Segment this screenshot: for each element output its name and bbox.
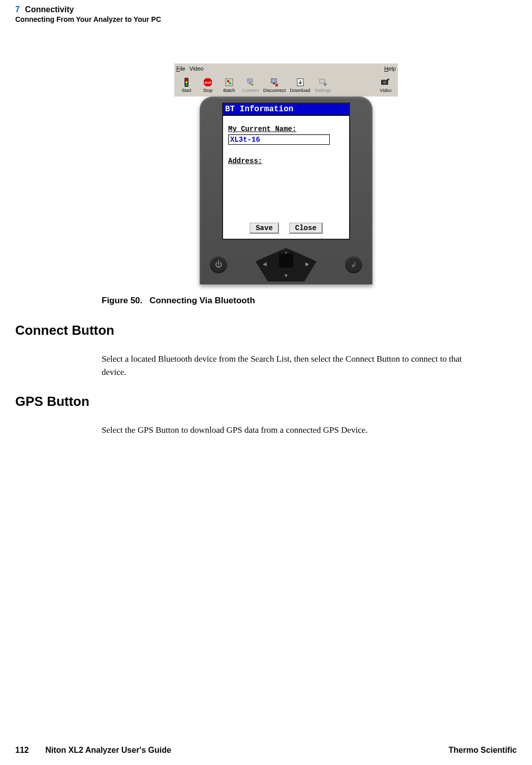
paragraph-gps: Select the GPS Button to download GPS da… bbox=[102, 424, 471, 437]
toolbar-video-button[interactable]: Video bbox=[375, 77, 396, 93]
screen-title-bar: BT Information bbox=[223, 104, 349, 116]
toolbar-label: Disconnect bbox=[263, 88, 286, 93]
stop-sign-icon: STOP bbox=[203, 77, 213, 87]
svg-rect-14 bbox=[320, 79, 325, 83]
svg-point-17 bbox=[383, 81, 386, 84]
dpad[interactable]: ▲ ▼ ◀ ▶ bbox=[256, 248, 317, 281]
toolbar-settings-button: Settings bbox=[313, 77, 333, 93]
app-menubar: File Video Help bbox=[174, 63, 398, 74]
chapter-title: Connectivity bbox=[25, 5, 74, 14]
address-label: Address: bbox=[228, 157, 344, 165]
enter-button[interactable]: ↲ bbox=[345, 256, 362, 273]
menu-help[interactable]: Help bbox=[384, 66, 396, 72]
analyzer-device: BT Information My Current Name: XL3t-16 … bbox=[200, 97, 372, 284]
device-screen: BT Information My Current Name: XL3t-16 … bbox=[222, 103, 350, 240]
download-icon bbox=[295, 77, 305, 87]
svg-rect-12 bbox=[273, 83, 275, 84]
toolbar-label: Batch bbox=[223, 88, 235, 93]
toolbar-label: Start bbox=[181, 88, 191, 93]
toolbar-stop-button[interactable]: STOP Stop bbox=[198, 77, 218, 93]
arrow-left-icon: ◀ bbox=[263, 261, 267, 267]
batch-icon bbox=[224, 77, 234, 87]
figure-caption: Figure 50.Connecting Via Bluetooth bbox=[102, 296, 255, 306]
toolbar-label: Download bbox=[290, 88, 310, 93]
arrow-right-icon: ▶ bbox=[305, 261, 309, 267]
menu-file[interactable]: File bbox=[176, 66, 185, 72]
arrow-up-icon: ▲ bbox=[284, 250, 289, 256]
svg-rect-9 bbox=[247, 79, 253, 83]
close-button[interactable]: Close bbox=[289, 222, 323, 234]
name-label: My Current Name: bbox=[228, 125, 344, 133]
caption-text: Connecting Via Bluetooth bbox=[149, 296, 255, 305]
save-button[interactable]: Save bbox=[249, 222, 279, 234]
svg-point-1 bbox=[185, 79, 187, 81]
toolbar-disconnect-button[interactable]: Disconnect bbox=[262, 77, 288, 93]
svg-text:STOP: STOP bbox=[204, 81, 211, 84]
arrow-down-icon: ▼ bbox=[284, 273, 289, 278]
svg-rect-8 bbox=[229, 82, 231, 84]
figure-50: File Video Help Start STOP Stop Batch bbox=[174, 63, 398, 284]
name-input[interactable]: XL3t-16 bbox=[228, 134, 330, 145]
power-button[interactable]: ⏻ bbox=[210, 256, 227, 273]
toolbar-connect-button: Connect bbox=[240, 77, 261, 93]
svg-point-3 bbox=[185, 84, 187, 86]
traffic-light-icon bbox=[181, 77, 192, 87]
heading-connect-button: Connect Button bbox=[15, 323, 114, 338]
toolbar-start-button[interactable]: Start bbox=[176, 77, 197, 93]
paragraph-connect: Select a located Bluetooth device from t… bbox=[102, 353, 471, 378]
page-number: 112 bbox=[15, 746, 29, 754]
svg-rect-11 bbox=[271, 79, 276, 83]
screen-body: My Current Name: XL3t-16 Address: bbox=[223, 116, 349, 170]
device-hardware-controls: ⏻ ▲ ▼ ◀ ▶ ↲ bbox=[200, 247, 372, 282]
toolbar-download-button[interactable]: Download bbox=[289, 77, 312, 93]
toolbar-label: Connect bbox=[242, 88, 259, 93]
page-header: 7 Connectivity Connecting From Your Anal… bbox=[15, 5, 161, 23]
connect-icon bbox=[245, 77, 256, 87]
disconnect-icon bbox=[269, 77, 279, 87]
svg-point-2 bbox=[185, 81, 187, 83]
settings-icon bbox=[318, 77, 328, 87]
toolbar-batch-button[interactable]: Batch bbox=[219, 77, 239, 93]
menu-video[interactable]: Video bbox=[190, 66, 204, 72]
guide-title: Niton XL2 Analyzer User's Guide bbox=[45, 746, 171, 754]
page-footer: 112 Niton XL2 Analyzer User's Guide Ther… bbox=[15, 746, 517, 755]
spacer bbox=[334, 85, 374, 86]
chapter-subtitle: Connecting From Your Analyzer to Your PC bbox=[15, 15, 161, 23]
app-toolbar: Start STOP Stop Batch Connect Disconnect bbox=[174, 74, 398, 97]
chapter-number: 7 bbox=[15, 5, 20, 14]
toolbar-label: Stop bbox=[203, 88, 213, 93]
toolbar-label: Settings bbox=[315, 88, 331, 93]
svg-rect-10 bbox=[249, 83, 251, 84]
camera-icon bbox=[381, 77, 391, 87]
heading-gps-button: GPS Button bbox=[15, 394, 89, 409]
brand-name: Thermo Scientific bbox=[449, 746, 517, 755]
svg-rect-7 bbox=[227, 80, 229, 82]
svg-rect-18 bbox=[387, 79, 389, 80]
toolbar-label: Video bbox=[380, 88, 392, 93]
svg-point-15 bbox=[324, 83, 327, 86]
caption-prefix: Figure 50. bbox=[102, 296, 142, 305]
